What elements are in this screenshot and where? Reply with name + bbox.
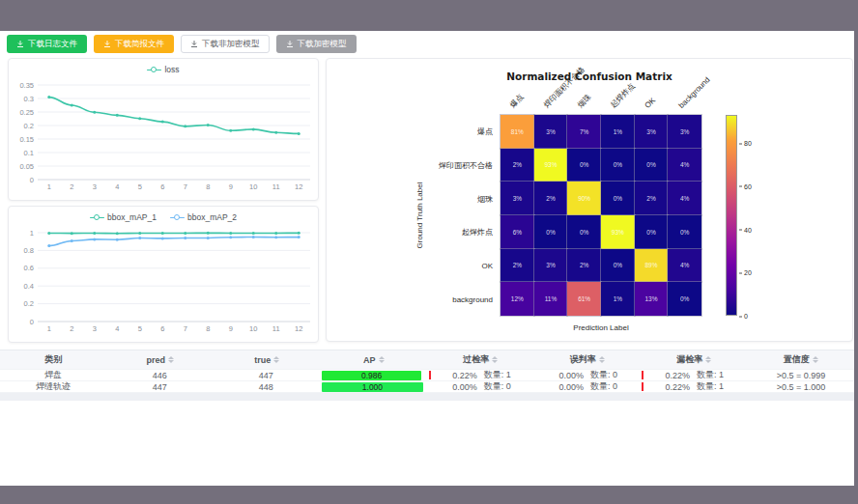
sort-icon[interactable] <box>168 356 174 363</box>
svg-text:8: 8 <box>206 182 210 191</box>
download-report-button[interactable]: 下载简报文件 <box>94 35 174 53</box>
download-log-button[interactable]: 下载日志文件 <box>7 35 87 53</box>
cm-cell: 61% <box>567 282 601 316</box>
colorbar-tick: 20 <box>739 269 752 276</box>
cm-cell: 93% <box>534 149 568 182</box>
col-header-over[interactable]: 过检率 <box>427 350 534 369</box>
sort-icon[interactable] <box>599 356 605 363</box>
loss-chart: 00.050.10.150.20.250.30.3512345678910111… <box>9 76 318 198</box>
svg-text:0: 0 <box>30 176 34 184</box>
cell-mis: 0.00%数量: 0 <box>535 381 642 392</box>
ap-bar: 0.986 <box>322 371 421 380</box>
cm-row-label: 爆点 <box>477 126 493 137</box>
cm-row-label: 起焊炸点 <box>462 227 493 238</box>
cell-conf: >0.5 = 0.999 <box>748 370 854 380</box>
confusion-matrix-title: Normalized Confusion Matrix <box>327 70 852 82</box>
cm-cell: 90% <box>567 182 601 215</box>
svg-text:10: 10 <box>249 324 257 333</box>
col-header-true[interactable]: true <box>214 350 321 369</box>
dashboard-content: 下载日志文件 下载简报文件 下载非加密模型 下载加密模型 loss 00.050… <box>0 31 854 486</box>
sort-icon[interactable] <box>379 356 385 363</box>
svg-text:0.25: 0.25 <box>19 108 34 117</box>
cm-row-label: 焊印面积不合格 <box>439 160 493 171</box>
svg-text:12: 12 <box>295 182 302 191</box>
col-header-miss[interactable]: 漏检率 <box>641 350 748 369</box>
sort-icon[interactable] <box>705 356 711 363</box>
cm-cell: 1% <box>601 282 635 316</box>
cell-pred: 447 <box>106 381 213 392</box>
colorbar-tick: 0 <box>739 313 748 320</box>
metrics-table-1: 类别predtrueAP过检率误判率漏检率置信度焊盘4464470.9860.2… <box>0 350 854 393</box>
svg-text:0.05: 0.05 <box>19 162 34 171</box>
sort-icon[interactable] <box>492 356 498 363</box>
svg-text:9: 9 <box>229 182 233 191</box>
download-unencrypted-model-button[interactable]: 下载非加密模型 <box>181 35 270 53</box>
download-encrypted-model-button[interactable]: 下载加密模型 <box>276 35 357 53</box>
cm-cell: 0% <box>601 149 635 182</box>
svg-text:4: 4 <box>115 324 119 333</box>
cm-cell: 2% <box>534 182 568 215</box>
col-header-label: 漏检率 <box>676 353 702 366</box>
colorbar-tick: 60 <box>739 182 752 189</box>
svg-text:1: 1 <box>47 324 51 333</box>
cm-cell: 0% <box>534 215 568 249</box>
confusion-matrix-card: Normalized Confusion Matrix Ground Truth… <box>326 58 853 342</box>
svg-text:5: 5 <box>138 182 142 191</box>
legend-label: bbox_mAP_1 <box>107 212 157 222</box>
svg-text:0: 0 <box>30 318 34 326</box>
rate-count: 数量: 0 <box>590 370 617 380</box>
col-header-label: pred <box>146 355 165 365</box>
cm-cell: 4% <box>668 182 701 215</box>
col-header-label: 类别 <box>44 353 62 366</box>
svg-text:0.1: 0.1 <box>24 149 34 157</box>
legend-item-bbox_mAP_2[interactable]: bbox_mAP_2 <box>170 212 237 222</box>
download-unencrypted-model-label: 下载非加密模型 <box>202 39 260 50</box>
confusion-matrix-ylabel: Ground Truth Label <box>415 182 424 249</box>
legend-item-bbox_mAP_1[interactable]: bbox_mAP_1 <box>90 212 157 222</box>
svg-text:0.8: 0.8 <box>24 246 34 255</box>
rate-count: 数量: 1 <box>697 381 724 392</box>
col-header-pred[interactable]: pred <box>107 350 214 369</box>
rate-bar <box>642 382 644 391</box>
cm-cell: 2% <box>500 249 534 283</box>
cell-class: 焊盘 <box>0 370 106 380</box>
cm-cell: 0% <box>567 215 601 249</box>
legend-marker-icon <box>147 67 161 73</box>
svg-text:6: 6 <box>160 324 164 333</box>
sort-icon[interactable] <box>273 356 279 363</box>
svg-text:12: 12 <box>295 324 302 333</box>
download-report-label: 下载简报文件 <box>115 39 164 50</box>
cell-true: 448 <box>213 381 319 392</box>
svg-text:11: 11 <box>272 324 280 333</box>
svg-text:0.4: 0.4 <box>24 282 34 291</box>
col-header-label: 过检率 <box>463 353 489 366</box>
rate-count: 数量: 0 <box>484 381 511 392</box>
cm-cell: 1% <box>601 115 635 149</box>
cm-col-label: 起焊炸点 <box>609 81 638 110</box>
rate-value: 0.22% <box>666 382 691 392</box>
cm-cell: 3% <box>635 115 669 149</box>
cm-cell: 0% <box>601 182 635 215</box>
col-header-label: true <box>254 355 271 365</box>
colorbar-tick: 80 <box>739 140 752 147</box>
col-header-mis[interactable]: 误判率 <box>534 350 642 369</box>
svg-text:3: 3 <box>93 182 97 191</box>
svg-text:4: 4 <box>115 182 119 191</box>
toolbar: 下载日志文件 下载简报文件 下载非加密模型 下载加密模型 <box>7 35 357 53</box>
sort-icon[interactable] <box>813 356 818 363</box>
bbox-map-chart-card: bbox_mAP_1bbox_mAP_2 00.20.40.60.8112345… <box>8 206 319 343</box>
download-log-label: 下载日志文件 <box>28 39 77 50</box>
col-header-conf[interactable]: 置信度 <box>748 350 855 369</box>
svg-text:0.15: 0.15 <box>19 135 34 144</box>
confusion-matrix-xlabel: Prediction Label <box>500 323 701 332</box>
legend-item-loss[interactable]: loss <box>147 65 179 74</box>
col-header-class: 类别 <box>0 350 107 369</box>
bbox-map-legend: bbox_mAP_1bbox_mAP_2 <box>9 207 318 224</box>
download-encrypted-model-label: 下载加密模型 <box>298 39 347 50</box>
cm-cell: 7% <box>567 115 601 149</box>
cell-ap: 1.000 <box>319 381 428 392</box>
col-header-label: 置信度 <box>784 353 810 366</box>
col-header-ap[interactable]: AP <box>321 350 428 369</box>
cm-cell: 0% <box>668 215 701 249</box>
cm-row-label: background <box>452 294 493 303</box>
